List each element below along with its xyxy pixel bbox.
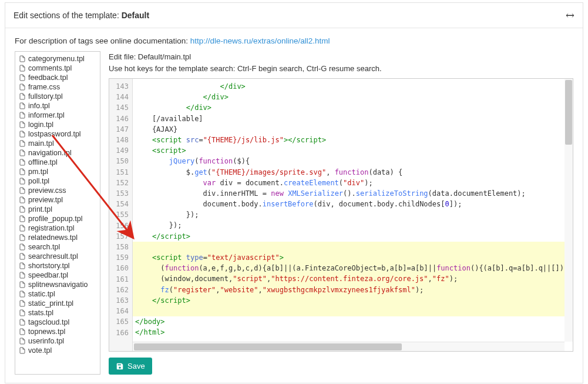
line-number: 157 bbox=[109, 231, 132, 242]
file-item-label: navigation.tpl bbox=[28, 149, 72, 157]
code-line[interactable]: {AJAX} bbox=[133, 124, 573, 135]
file-item-label: main.tpl bbox=[28, 139, 54, 148]
file-item-label: print.tpl bbox=[28, 205, 52, 213]
line-number: 149 bbox=[109, 145, 132, 156]
line-number: 146 bbox=[109, 113, 132, 124]
file-item[interactable]: tagscloud.tpl bbox=[15, 318, 100, 327]
code-vertical-thumb[interactable] bbox=[565, 80, 572, 145]
line-number: 145 bbox=[109, 102, 132, 113]
file-item-label: splitnewsnavigatio bbox=[28, 281, 88, 289]
file-item[interactable]: registration.tpl bbox=[15, 223, 100, 233]
save-button-label: Save bbox=[127, 362, 145, 370]
doc-text: For description of tags see online docum… bbox=[15, 36, 190, 45]
file-item[interactable]: vote.tpl bbox=[15, 346, 100, 355]
code-line[interactable]: </div> bbox=[133, 81, 573, 92]
line-number: 158 bbox=[109, 242, 132, 252]
file-item[interactable]: frame.css bbox=[15, 82, 100, 92]
file-item[interactable]: main.tpl bbox=[15, 139, 100, 148]
code-vertical-scrollbar[interactable] bbox=[565, 79, 573, 342]
panel-title: Edit sections of the template: Default bbox=[14, 11, 149, 20]
panel-body: For description of tags see online docum… bbox=[5, 28, 583, 383]
code-line[interactable]: </script> bbox=[133, 295, 573, 306]
file-item[interactable]: login.tpl bbox=[15, 120, 100, 129]
file-item-label: static_print.tpl bbox=[28, 299, 73, 308]
file-item[interactable]: userinfo.tpl bbox=[15, 336, 100, 346]
line-number: 154 bbox=[109, 199, 132, 209]
line-number: 165 bbox=[109, 316, 132, 327]
file-item[interactable]: static.tpl bbox=[15, 289, 100, 299]
code-line[interactable]: jQuery(function($){ bbox=[133, 156, 573, 166]
file-item[interactable]: splitnewsnavigatio bbox=[15, 280, 100, 289]
code-line[interactable]: <script> bbox=[133, 145, 573, 156]
code-line[interactable] bbox=[133, 306, 573, 316]
line-number: 150 bbox=[109, 156, 132, 166]
file-item[interactable]: offline.tpl bbox=[15, 158, 100, 167]
file-item[interactable]: comments.tpl bbox=[15, 64, 100, 73]
line-number: 166 bbox=[109, 328, 132, 338]
file-item[interactable]: searchresult.tpl bbox=[15, 252, 100, 261]
file-item[interactable]: poll.tpl bbox=[15, 176, 100, 186]
file-item[interactable]: feedback.tpl bbox=[15, 73, 100, 82]
doc-link[interactable]: http://dle-news.ru/extras/online/all2.ht… bbox=[190, 36, 330, 45]
code-line[interactable]: </div> bbox=[133, 92, 573, 102]
line-number: 155 bbox=[109, 209, 132, 220]
file-item[interactable]: categorymenu.tpl bbox=[15, 54, 100, 64]
code-editor[interactable]: 1431441451461471481491501511521531541551… bbox=[109, 78, 573, 352]
expand-icon[interactable]: ⤢ bbox=[562, 8, 577, 23]
file-item[interactable]: speedbar.tpl bbox=[15, 271, 100, 280]
code-line[interactable]: </script> bbox=[133, 231, 573, 242]
code-line[interactable]: var div = document.createElement("div"); bbox=[133, 178, 573, 188]
file-item[interactable]: fullstory.tpl bbox=[15, 92, 100, 101]
save-button[interactable]: Save bbox=[109, 358, 152, 375]
code-line[interactable]: <script type="text/javascript"> bbox=[133, 252, 573, 263]
code-line[interactable] bbox=[133, 242, 573, 252]
file-item[interactable]: topnews.tpl bbox=[15, 327, 100, 336]
code-line[interactable]: </div> bbox=[133, 102, 573, 113]
file-item[interactable]: informer.tpl bbox=[15, 111, 100, 120]
file-item[interactable]: lostpassword.tpl bbox=[15, 129, 100, 139]
file-item-label: comments.tpl bbox=[28, 64, 72, 72]
code-horizontal-thumb[interactable] bbox=[134, 343, 402, 350]
file-item[interactable]: profile_popup.tpl bbox=[15, 214, 100, 223]
template-editor-panel: Edit sections of the template: Default ⤢… bbox=[5, 2, 583, 383]
code-area[interactable]: </div> </div> </div> [/available] {AJAX}… bbox=[133, 79, 573, 351]
file-item-label: relatednews.tpl bbox=[28, 233, 78, 242]
save-icon bbox=[116, 362, 124, 370]
file-item[interactable]: navigation.tpl bbox=[15, 148, 100, 158]
title-prefix: Edit sections of the template: bbox=[14, 11, 122, 20]
file-item[interactable]: stats.tpl bbox=[15, 308, 100, 318]
line-number: 143 bbox=[109, 81, 132, 92]
code-line[interactable]: }); bbox=[133, 209, 573, 220]
file-item-label: speedbar.tpl bbox=[28, 271, 68, 279]
code-line[interactable]: </html> bbox=[133, 327, 573, 338]
line-number: 161 bbox=[109, 274, 132, 285]
line-number: 163 bbox=[109, 295, 132, 306]
code-horizontal-scrollbar[interactable] bbox=[133, 342, 565, 351]
file-item[interactable]: print.tpl bbox=[15, 205, 100, 214]
file-item-label: static.tpl bbox=[28, 290, 55, 298]
code-line[interactable]: (window,document,"script","https://conte… bbox=[133, 273, 573, 284]
line-number: 152 bbox=[109, 178, 132, 188]
save-row: Save bbox=[109, 358, 573, 375]
file-item-label: vote.tpl bbox=[28, 346, 52, 355]
code-line[interactable]: (function(a,e,f,g,b,c,d){a[b]||(a.Fintez… bbox=[133, 263, 573, 273]
code-line[interactable]: div.innerHTML = new XMLSerializer().seri… bbox=[133, 188, 573, 199]
code-line[interactable]: <script src="{THEME}/js/lib.js"></script… bbox=[133, 135, 573, 145]
file-item-label: fullstory.tpl bbox=[28, 92, 63, 101]
code-line[interactable]: fz("register","website","xwugbsthgcmkpzl… bbox=[133, 285, 573, 295]
file-tree[interactable]: categorymenu.tplcomments.tplfeedback.tpl… bbox=[15, 51, 100, 375]
code-line[interactable]: </body> bbox=[133, 316, 573, 327]
file-item[interactable]: pm.tpl bbox=[15, 167, 100, 176]
code-line[interactable]: document.body.insertBefore(div, document… bbox=[133, 199, 573, 209]
file-item[interactable]: static_print.tpl bbox=[15, 299, 100, 308]
file-item[interactable]: relatednews.tpl bbox=[15, 233, 100, 242]
file-item[interactable]: preview.tpl bbox=[15, 195, 100, 205]
code-line[interactable]: }); bbox=[133, 220, 573, 231]
file-item-label: userinfo.tpl bbox=[28, 337, 64, 345]
file-item[interactable]: shortstory.tpl bbox=[15, 261, 100, 271]
file-item[interactable]: search.tpl bbox=[15, 242, 100, 252]
code-line[interactable]: [/available] bbox=[133, 113, 573, 124]
file-item[interactable]: preview.css bbox=[15, 186, 100, 195]
code-line[interactable]: $.get("{THEME}/images/sprite.svg", funct… bbox=[133, 167, 573, 178]
file-item[interactable]: info.tpl bbox=[15, 101, 100, 111]
